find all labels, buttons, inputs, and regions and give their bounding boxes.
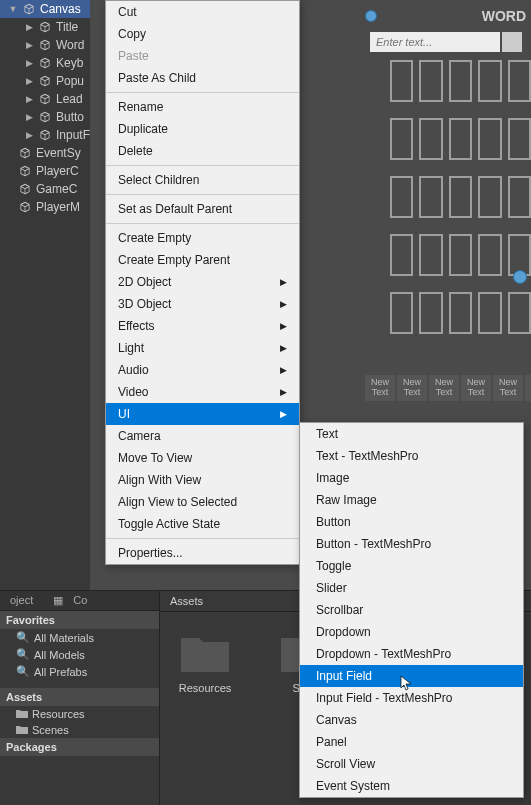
gameobject-icon [38, 92, 52, 106]
gameobject-icon [38, 128, 52, 142]
menu-camera[interactable]: Camera [106, 425, 299, 447]
folder-icon [16, 725, 28, 735]
submenu-text[interactable]: Text [300, 423, 523, 445]
menu-cut[interactable]: Cut [106, 1, 299, 23]
menu-create-empty[interactable]: Create Empty [106, 227, 299, 249]
asset-folder-item[interactable]: Resources [0, 706, 159, 722]
submenu-raw-image[interactable]: Raw Image [300, 489, 523, 511]
hierarchy-label: Title [56, 20, 78, 34]
word-grid [390, 60, 531, 340]
foldout-icon[interactable]: ▶ [24, 94, 34, 104]
favorite-item[interactable]: 🔍All Models [0, 646, 159, 663]
menu-3d-object[interactable]: 3D Object▶ [106, 293, 299, 315]
favorite-item[interactable]: 🔍All Prefabs [0, 663, 159, 680]
project-tree: oject ▦ Co Favorites 🔍All Materials 🔍All… [0, 591, 160, 805]
grid-cell [508, 292, 531, 334]
key-button[interactable]: NewText [397, 375, 427, 401]
menu-delete[interactable]: Delete [106, 140, 299, 162]
key-button[interactable]: NewText [461, 375, 491, 401]
context-menu: Cut Copy Paste Paste As Child Rename Dup… [105, 0, 300, 565]
tab-console[interactable]: Co [63, 591, 97, 610]
transform-handle-icon[interactable] [365, 10, 377, 22]
submenu-dropdown[interactable]: Dropdown [300, 621, 523, 643]
menu-separator [106, 194, 299, 195]
foldout-icon[interactable]: ▶ [24, 76, 34, 86]
menu-move-to-view[interactable]: Move To View [106, 447, 299, 469]
grid-cell [449, 60, 472, 102]
menu-select-children[interactable]: Select Children [106, 169, 299, 191]
menu-video[interactable]: Video▶ [106, 381, 299, 403]
submenu-input-field[interactable]: Input Field [300, 665, 523, 687]
foldout-icon[interactable]: ▶ [24, 22, 34, 32]
submenu-button-tmp[interactable]: Button - TextMeshPro [300, 533, 523, 555]
grid-cell [508, 118, 531, 160]
menu-light[interactable]: Light▶ [106, 337, 299, 359]
foldout-icon[interactable]: ▶ [24, 58, 34, 68]
grid-cell [478, 234, 501, 276]
scene-input-field[interactable] [370, 32, 500, 52]
tab-project[interactable]: oject [0, 591, 43, 610]
foldout-icon[interactable]: ▼ [8, 4, 18, 14]
gameobject-icon [18, 182, 32, 196]
key-button[interactable]: NewText [365, 375, 395, 401]
menu-2d-object[interactable]: 2D Object▶ [106, 271, 299, 293]
submenu-scrollbar[interactable]: Scrollbar [300, 599, 523, 621]
tab-console-icon[interactable]: ▦ [43, 591, 63, 610]
gameobject-icon [18, 146, 32, 160]
menu-align-view-to-selected[interactable]: Align View to Selected [106, 491, 299, 513]
menu-create-empty-parent[interactable]: Create Empty Parent [106, 249, 299, 271]
submenu-panel[interactable]: Panel [300, 731, 523, 753]
assets-header[interactable]: Assets [0, 688, 159, 706]
hierarchy-label: GameC [36, 182, 77, 196]
folder-icon [179, 632, 231, 676]
hierarchy-label: Butto [56, 110, 84, 124]
submenu-input-field-tmp[interactable]: Input Field - TextMeshPro [300, 687, 523, 709]
foldout-icon[interactable]: ▶ [24, 112, 34, 122]
grid-cell [390, 234, 413, 276]
menu-effects[interactable]: Effects▶ [106, 315, 299, 337]
transform-handle-icon[interactable] [513, 270, 527, 284]
scene-input-addon [502, 32, 522, 52]
menu-paste-as-child[interactable]: Paste As Child [106, 67, 299, 89]
hierarchy-label: Keyb [56, 56, 83, 70]
gameobject-icon [38, 38, 52, 52]
submenu-canvas[interactable]: Canvas [300, 709, 523, 731]
keyboard-row: NewText NewText NewText NewText NewText … [365, 375, 531, 401]
menu-separator [106, 165, 299, 166]
asset-folder-item[interactable]: Scenes [0, 722, 159, 738]
key-button[interactable]: NewText [429, 375, 459, 401]
submenu-button[interactable]: Button [300, 511, 523, 533]
menu-properties[interactable]: Properties... [106, 542, 299, 564]
menu-duplicate[interactable]: Duplicate [106, 118, 299, 140]
asset-item[interactable]: Resources [170, 632, 240, 694]
menu-set-default-parent[interactable]: Set as Default Parent [106, 198, 299, 220]
gameobject-icon [38, 20, 52, 34]
grid-cell [419, 234, 442, 276]
grid-cell [508, 60, 531, 102]
menu-align-with-view[interactable]: Align With View [106, 469, 299, 491]
menu-rename[interactable]: Rename [106, 96, 299, 118]
submenu-image[interactable]: Image [300, 467, 523, 489]
grid-cell [508, 176, 531, 218]
submenu-event-system[interactable]: Event System [300, 775, 523, 797]
submenu-toggle[interactable]: Toggle [300, 555, 523, 577]
menu-separator [106, 538, 299, 539]
favorite-item[interactable]: 🔍All Materials [0, 629, 159, 646]
menu-audio[interactable]: Audio▶ [106, 359, 299, 381]
packages-header[interactable]: Packages [0, 738, 159, 756]
menu-copy[interactable]: Copy [106, 23, 299, 45]
foldout-icon[interactable]: ▶ [24, 40, 34, 50]
grid-cell [419, 118, 442, 160]
foldout-icon[interactable]: ▶ [24, 130, 34, 140]
hierarchy-label: Canvas [40, 2, 81, 16]
submenu-slider[interactable]: Slider [300, 577, 523, 599]
hierarchy-label: InputF [56, 128, 90, 142]
submenu-text-tmp[interactable]: Text - TextMeshPro [300, 445, 523, 467]
submenu-dropdown-tmp[interactable]: Dropdown - TextMeshPro [300, 643, 523, 665]
menu-toggle-active-state[interactable]: Toggle Active State [106, 513, 299, 535]
menu-paste: Paste [106, 45, 299, 67]
key-button[interactable]: NewText [493, 375, 523, 401]
menu-ui[interactable]: UI▶ [106, 403, 299, 425]
submenu-scroll-view[interactable]: Scroll View [300, 753, 523, 775]
key-button[interactable]: NewText [525, 375, 531, 401]
